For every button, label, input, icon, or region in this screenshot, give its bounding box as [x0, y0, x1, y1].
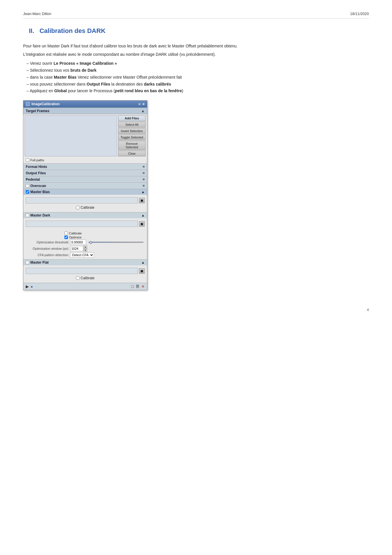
invert-selection-button[interactable]: Invert Selection: [118, 128, 146, 134]
dark-optimize-label: Optimize: [69, 236, 81, 239]
dark-opt-threshold-label: Optimization threshold:: [26, 240, 69, 244]
master-flat-checkbox[interactable]: [26, 261, 29, 264]
master-dark-file-row: ▣: [26, 221, 145, 227]
dark-cfa-row: CFA pattern detection: Detect CFA: [26, 252, 145, 258]
format-hints-label: Format Hints: [26, 165, 47, 169]
page-number: 4: [23, 308, 369, 312]
dark-optimize-checkbox[interactable]: [64, 236, 68, 239]
pedestal-expand-icon[interactable]: ≡: [142, 177, 145, 182]
dark-cfa-label: CFA pattern detection:: [26, 253, 69, 257]
document-header: Jean-Marc Dillon 18/11/2020: [23, 12, 369, 18]
master-flat-calibrate-checkbox[interactable]: [76, 276, 79, 280]
remove-selected-button[interactable]: Remove Selected: [118, 141, 146, 150]
overscan-checkbox[interactable]: [26, 184, 29, 188]
master-dark-expand-icon[interactable]: ▲: [141, 213, 145, 217]
master-flat-browse-button[interactable]: ▣: [139, 268, 145, 274]
dark-optimize-row: Optimize: [26, 236, 145, 239]
instruction-list: Venez ouvrir Le Process « Image Calibrat…: [23, 60, 369, 95]
window-controls: ≡ ×: [138, 102, 145, 106]
window-close-button[interactable]: ×: [142, 102, 145, 106]
toggle-selected-button[interactable]: Toggle Selected: [118, 134, 146, 140]
overscan-label: Overscan: [30, 184, 46, 188]
footer-circle-icon[interactable]: ●: [31, 284, 33, 289]
pedestal-label: Pedestal: [26, 177, 40, 182]
window-title: ImageCalibration: [31, 102, 60, 106]
bullet-3: dans la case Master Bias Venez sélection…: [23, 74, 369, 81]
master-bias-checkbox[interactable]: [26, 190, 29, 194]
footer-close-icon[interactable]: ✕: [141, 284, 145, 289]
overscan-expand-icon[interactable]: ≡: [142, 184, 145, 188]
window-titlebar: ImageCalibration ≡ ×: [23, 101, 147, 108]
master-bias-file-row: ▣: [26, 197, 145, 204]
dark-opt-window-label: Optimization window (px):: [26, 247, 69, 250]
format-hints-expand-icon[interactable]: ≡: [142, 164, 145, 169]
bullet-4: vous pouvez sélectionner dans Output Fil…: [23, 81, 369, 88]
master-bias-calibrate-label: Calibrate: [81, 206, 94, 210]
dark-opt-threshold-input[interactable]: [70, 240, 86, 245]
master-flat-file-row: ▣: [26, 268, 145, 274]
target-frames-expand-icon[interactable]: ▲: [141, 109, 145, 113]
master-bias-calibrate-row: Calibrate: [26, 205, 145, 210]
master-flat-header: Master Flat ▲: [23, 259, 147, 265]
full-paths-label: Full paths: [30, 158, 44, 162]
footer-run-icon[interactable]: ▶: [26, 284, 29, 289]
master-flat-file-area: ▣ Calibrate: [23, 265, 147, 283]
window-footer: ▶ ● □ 🖹 ✕: [23, 283, 147, 290]
bullet-2: Sélectionnez tous vos bruts de Dark: [23, 67, 369, 74]
master-dark-file-area: ▣: [23, 218, 147, 230]
master-dark-checkbox[interactable]: [26, 214, 29, 217]
master-bias-expand-icon[interactable]: ▲: [141, 190, 145, 194]
overscan-row[interactable]: Overscan ≡: [23, 182, 147, 189]
master-flat-calibrate-row: Calibrate: [26, 275, 145, 281]
bullet-1: Venez ouvrir Le Process « Image Calibrat…: [23, 60, 369, 67]
master-bias-file-input[interactable]: [26, 197, 138, 204]
footer-left: ▶ ●: [26, 284, 33, 289]
full-paths-row: Full paths: [23, 158, 147, 163]
master-bias-calibrate-checkbox[interactable]: [76, 206, 79, 209]
master-dark-file-input[interactable]: [26, 221, 138, 227]
output-files-label: Output Files: [26, 171, 46, 175]
dark-calibrate-label: Calibrate: [69, 232, 82, 235]
clear-button[interactable]: Clear: [118, 151, 146, 156]
dark-opt-threshold-thumb[interactable]: [89, 241, 92, 244]
master-dark-browse-button[interactable]: ▣: [139, 221, 145, 227]
dark-opt-window-row: Optimization window (px): ▲ ▼: [26, 245, 145, 252]
master-bias-browse-button[interactable]: ▣: [139, 198, 145, 203]
format-hints-row[interactable]: Format Hints ≡: [23, 163, 147, 170]
dark-opt-threshold-slider[interactable]: [88, 242, 144, 243]
output-files-expand-icon[interactable]: ≡: [142, 171, 145, 175]
dark-calibrate-checkbox[interactable]: [64, 232, 68, 235]
dark-opt-window-down[interactable]: ▼: [83, 249, 87, 252]
output-files-row[interactable]: Output Files ≡: [23, 170, 147, 176]
section-title: II. Calibration des DARK: [23, 27, 369, 35]
dark-opt-window-input[interactable]: [70, 246, 83, 251]
file-list-area: [25, 115, 117, 156]
dark-opt-window-arrows: ▲ ▼: [83, 245, 87, 252]
master-dark-label: Master Dark: [30, 213, 50, 217]
window-pin-button[interactable]: ≡: [138, 102, 141, 106]
footer-right: □ 🖹 ✕: [131, 284, 145, 289]
full-paths-checkbox[interactable]: [26, 158, 29, 162]
master-dark-content: ▣ Calibrate Optimize Optimization thresh…: [23, 218, 147, 259]
master-flat-expand-icon[interactable]: ▲: [141, 260, 145, 264]
add-files-button[interactable]: Add Files: [118, 115, 146, 121]
dark-calibrate-row: Calibrate: [26, 232, 145, 235]
author-name: Jean-Marc Dillon: [23, 12, 51, 16]
master-flat-label: Master Flat: [30, 260, 49, 264]
master-bias-header: Master Bias ▲: [23, 189, 147, 195]
image-calibration-window: ImageCalibration ≡ × Target Frames ▲ Add…: [23, 100, 147, 290]
dark-opt-threshold-row: Optimization threshold:: [26, 240, 145, 245]
master-dark-header: Master Dark ▲: [23, 212, 147, 218]
master-flat-calibrate-label: Calibrate: [81, 276, 94, 280]
master-dark-options: Calibrate Optimize Optimization threshol…: [23, 230, 147, 259]
footer-new-icon[interactable]: □: [131, 284, 134, 289]
master-flat-file-input[interactable]: [26, 268, 138, 274]
dark-cfa-select[interactable]: Detect CFA: [70, 252, 94, 258]
select-all-button[interactable]: Select All: [118, 122, 146, 127]
window-app-icon: [26, 102, 30, 106]
title-left: ImageCalibration: [26, 102, 60, 106]
footer-save-icon[interactable]: 🖹: [135, 284, 140, 289]
pedestal-row[interactable]: Pedestal ≡: [23, 176, 147, 182]
dark-opt-window-up[interactable]: ▲: [83, 245, 87, 249]
paragraph-1: Pour faire un Master Dark if faut tout d…: [23, 43, 369, 49]
